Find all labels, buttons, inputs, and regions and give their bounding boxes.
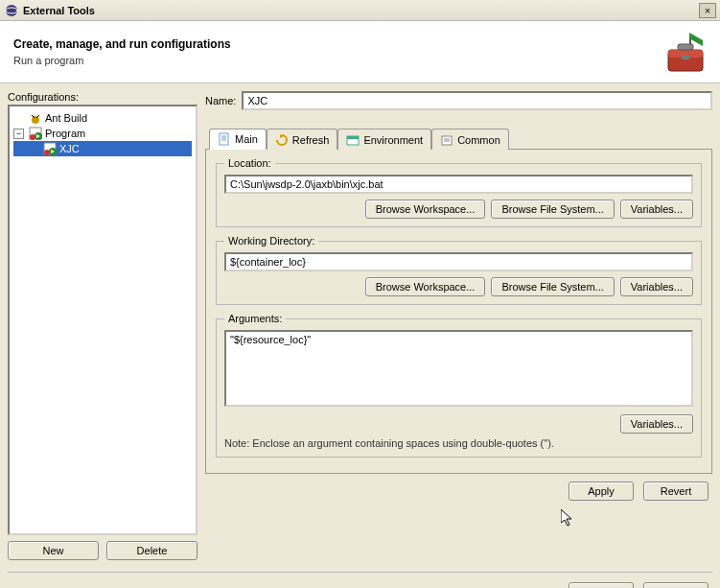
svg-point-0	[6, 5, 17, 16]
run-button[interactable]: Run	[569, 582, 634, 588]
program-run-icon	[42, 141, 58, 156]
tree-collapse-icon[interactable]: −	[13, 129, 24, 139]
tree-item-xjc[interactable]: XJC	[13, 141, 192, 156]
program-icon	[28, 126, 43, 141]
svg-point-8	[32, 116, 39, 124]
common-icon	[440, 133, 453, 147]
location-browse-filesystem-button[interactable]: Browse File System...	[491, 200, 614, 219]
window-title: External Tools	[23, 5, 699, 16]
eclipse-icon	[4, 3, 19, 18]
page-title: Create, manage, and run configurations	[13, 37, 231, 51]
working-directory-group: Working Directory: Browse Workspace... B…	[216, 235, 702, 305]
svg-rect-7	[682, 56, 689, 59]
svg-rect-19	[220, 133, 228, 145]
arguments-note: Note: Enclose an argument containing spa…	[224, 437, 693, 449]
svg-point-14	[30, 134, 35, 140]
new-button[interactable]: New	[8, 541, 99, 560]
tab-refresh[interactable]: Refresh	[267, 129, 338, 150]
page-subtitle: Run a program	[13, 55, 231, 66]
tree-item-program[interactable]: − Program	[13, 126, 192, 141]
refresh-icon	[275, 133, 289, 147]
location-variables-button[interactable]: Variables...	[620, 200, 693, 219]
tree-item-label: XJC	[59, 143, 80, 154]
arguments-group: Arguments: Variables... Note: Enclose an…	[216, 313, 702, 458]
name-input[interactable]	[242, 91, 712, 110]
environment-icon	[346, 133, 360, 147]
tab-environment[interactable]: Environment	[337, 129, 431, 150]
name-label: Name:	[205, 95, 236, 106]
tab-label: Common	[457, 134, 500, 146]
workdir-variables-button[interactable]: Variables...	[620, 277, 693, 296]
window-close-button[interactable]: ×	[699, 3, 716, 18]
workdir-input[interactable]	[224, 252, 693, 271]
apply-button[interactable]: Apply	[569, 482, 634, 501]
workdir-legend: Working Directory:	[224, 235, 318, 247]
arguments-legend: Arguments:	[224, 313, 286, 324]
header: Create, manage, and run configurations R…	[0, 21, 720, 83]
location-legend: Location:	[224, 157, 275, 169]
arguments-textarea[interactable]	[224, 330, 693, 407]
document-icon	[218, 132, 231, 146]
workdir-browse-filesystem-button[interactable]: Browse File System...	[491, 277, 614, 296]
configurations-tree[interactable]: Ant Build − Program XJC	[8, 105, 197, 535]
configurations-label: Configurations:	[8, 91, 197, 103]
ant-icon	[28, 110, 43, 126]
toolbox-icon	[661, 31, 707, 73]
revert-button[interactable]: Revert	[643, 482, 708, 501]
titlebar: External Tools ×	[0, 0, 720, 21]
location-input[interactable]	[224, 175, 693, 194]
tree-item-ant-build[interactable]: Ant Build	[13, 110, 192, 126]
footer: Run Close	[0, 573, 720, 588]
tree-item-label: Ant Build	[45, 112, 87, 124]
right-panel: Name: Main Refresh Environment Common	[205, 91, 712, 560]
tab-content-main: Location: Browse Workspace... Browse Fil…	[205, 150, 712, 474]
svg-point-18	[44, 150, 50, 155]
delete-button[interactable]: Delete	[106, 541, 197, 560]
header-text: Create, manage, and run configurations R…	[13, 37, 231, 66]
svg-rect-25	[347, 136, 359, 139]
tab-common[interactable]: Common	[431, 129, 509, 150]
tab-label: Main	[235, 133, 258, 145]
main-body: Configurations: Ant Build − Program	[0, 83, 720, 568]
tab-bar: Main Refresh Environment Common	[205, 128, 712, 150]
tab-label: Refresh	[292, 134, 330, 146]
location-group: Location: Browse Workspace... Browse Fil…	[216, 157, 702, 227]
arguments-variables-button[interactable]: Variables...	[620, 414, 693, 434]
workdir-browse-workspace-button[interactable]: Browse Workspace...	[365, 277, 486, 296]
location-browse-workspace-button[interactable]: Browse Workspace...	[365, 200, 486, 219]
left-panel: Configurations: Ant Build − Program	[8, 91, 197, 560]
tab-main[interactable]: Main	[209, 129, 267, 150]
svg-rect-6	[678, 44, 693, 50]
tab-label: Environment	[363, 134, 423, 146]
close-button[interactable]: Close	[643, 582, 708, 588]
tree-item-label: Program	[45, 128, 85, 139]
